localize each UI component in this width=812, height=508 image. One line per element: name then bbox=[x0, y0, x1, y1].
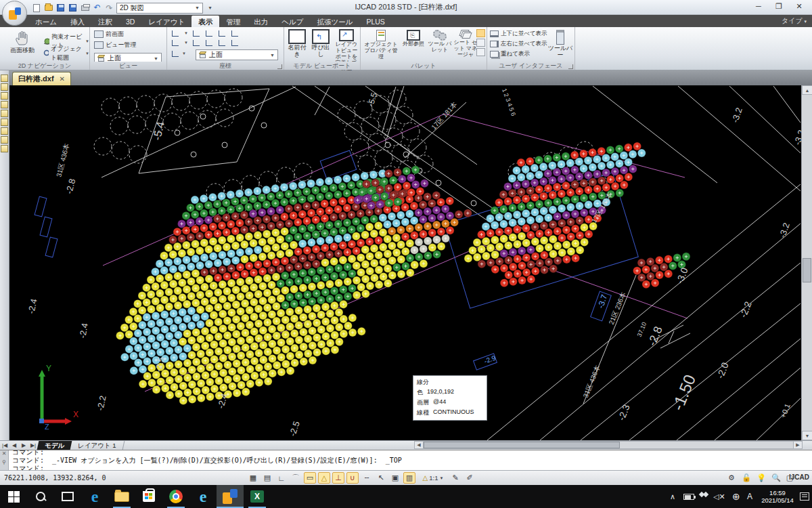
battery-icon[interactable] bbox=[683, 485, 694, 508]
named-viewport-button[interactable]: 名前付き bbox=[286, 29, 309, 58]
annotation-scale-button[interactable]: △1:1▼ bbox=[420, 472, 447, 484]
ucs-icon-row-3[interactable]: ▼ bbox=[171, 49, 186, 58]
selection-cycling-icon[interactable]: ↖ bbox=[375, 472, 387, 484]
last-tab-icon[interactable]: ▶| bbox=[28, 442, 38, 448]
ortho-toggle-icon[interactable]: ∟ bbox=[275, 472, 288, 484]
type-menu-button[interactable]: タイプ ▾ bbox=[782, 16, 807, 26]
osnap-toggle-icon[interactable]: ▭ bbox=[304, 472, 316, 484]
extents-button[interactable]: オブジェクト範囲▼ bbox=[43, 45, 89, 62]
action-center-icon[interactable] bbox=[800, 485, 809, 508]
tab-layout1[interactable]: レイアウト 1 bbox=[70, 441, 125, 450]
start-button[interactable] bbox=[0, 485, 27, 508]
ribbon-tab-PLUS[interactable]: PLUS bbox=[359, 16, 391, 27]
new-file-icon[interactable] bbox=[31, 3, 41, 13]
measure-tool-icon[interactable] bbox=[1, 92, 8, 100]
perp-snap-icon[interactable]: ⊥ bbox=[332, 472, 344, 484]
restore-viewport-button[interactable]: ↰ 呼び出し bbox=[309, 29, 333, 58]
scroll-down-icon[interactable]: ▼ bbox=[802, 431, 812, 440]
vscroll-thumb[interactable] bbox=[803, 258, 811, 282]
save-icon[interactable] bbox=[55, 3, 66, 13]
taskbar-excel-button[interactable]: X bbox=[244, 485, 271, 508]
taskbar-explorer-button[interactable] bbox=[108, 485, 135, 508]
scroll-left-icon[interactable]: ◀ bbox=[415, 442, 424, 448]
dialog-launcher-icon[interactable] bbox=[568, 64, 573, 69]
plot-icon[interactable]: ▣ bbox=[389, 472, 401, 484]
ime-indicator[interactable]: A bbox=[747, 485, 752, 508]
undo-icon[interactable]: ↶ bbox=[92, 3, 102, 13]
ribbon-tab-表示[interactable]: 表示 bbox=[191, 16, 219, 27]
command-window[interactable]: ✕ ⚲ コマンド: コマンド: _-VIEW オプションを入力 [一覧(?)/削… bbox=[0, 450, 812, 470]
ucs-combo[interactable]: 上面 ▼ bbox=[196, 49, 278, 60]
measure-tool-icon[interactable] bbox=[1, 119, 8, 126]
lineweight-toggle-icon[interactable]: ╌ bbox=[361, 472, 373, 484]
palette-mini-icon[interactable] bbox=[476, 39, 485, 47]
auto-scale-icon[interactable]: ✐ bbox=[464, 472, 476, 484]
magnifier-icon[interactable]: 🔍 bbox=[770, 472, 782, 484]
ribbon-tab-管理[interactable]: 管理 bbox=[219, 16, 247, 27]
unlock-icon[interactable]: 🔓 bbox=[740, 472, 752, 484]
canvas-hscrollbar[interactable]: ◀ ▶ bbox=[414, 441, 803, 449]
taskbar-chrome-button[interactable] bbox=[162, 485, 189, 508]
application-menu-button[interactable] bbox=[2, 1, 27, 26]
save-as-icon[interactable] bbox=[68, 3, 78, 13]
qat-customize-icon[interactable]: ▾ bbox=[205, 3, 215, 13]
tile-vertical-button[interactable]: 左右に並べて表示 bbox=[490, 40, 547, 48]
next-tab-icon[interactable]: ▶ bbox=[19, 442, 28, 448]
magnet-snap-icon[interactable]: ∪ bbox=[346, 472, 359, 484]
taskbar-edge-button[interactable]: e bbox=[81, 485, 108, 508]
annotation-visibility-icon[interactable]: ✎ bbox=[449, 472, 461, 484]
palette-toggle-icon[interactable] bbox=[476, 29, 485, 37]
palette-mini-icon[interactable] bbox=[476, 48, 485, 56]
dropbox-icon[interactable] bbox=[700, 485, 708, 508]
volume-muted-icon[interactable]: ◁✕ bbox=[713, 485, 725, 508]
scroll-right-icon[interactable]: ▶ bbox=[793, 442, 802, 448]
command-input-line[interactable]: コマンド: bbox=[12, 464, 44, 470]
settings-gear-icon[interactable]: ⚙ bbox=[725, 472, 738, 484]
cascade-button[interactable]: 重ねて表示 bbox=[490, 50, 530, 58]
print-icon[interactable] bbox=[80, 3, 90, 13]
dual-monitor-icon[interactable]: ▥ bbox=[403, 472, 415, 484]
canvas-vscrollbar[interactable]: ▲ ▼ bbox=[801, 85, 812, 440]
measure-tool-icon[interactable] bbox=[1, 145, 8, 152]
workspace-combo[interactable]: 2D 製図 ▼ bbox=[116, 3, 203, 14]
task-view-button[interactable] bbox=[54, 485, 81, 508]
pin-icon[interactable]: ⚲ bbox=[2, 459, 6, 465]
ribbon-tab-ヘルプ[interactable]: ヘルプ bbox=[275, 16, 310, 27]
sheet-set-button[interactable]: シート セット マネージャ bbox=[451, 30, 480, 58]
ribbon-tab-注釈[interactable]: 注釈 bbox=[91, 16, 119, 27]
ribbon-tab-ホーム[interactable]: ホーム bbox=[28, 16, 64, 27]
redo-icon[interactable]: ↷ bbox=[104, 3, 114, 13]
open-file-icon[interactable] bbox=[43, 3, 53, 13]
polar-tracking-icon[interactable]: ⌒ bbox=[290, 472, 302, 484]
network-globe-icon[interactable]: ⊕ bbox=[732, 485, 740, 508]
toolbar-button[interactable]: ツールバー bbox=[547, 30, 574, 58]
ucs-icon-row-2[interactable]: ▼ bbox=[171, 39, 240, 47]
tray-chevron[interactable]: ∧ bbox=[670, 485, 675, 508]
ribbon-tab-3D[interactable]: 3D bbox=[119, 16, 141, 27]
measure-tool-icon[interactable] bbox=[1, 127, 8, 135]
maximize-button[interactable]: ❐ bbox=[769, 0, 789, 14]
xref-button[interactable]: ⎘ 外部参照 bbox=[400, 30, 427, 47]
grid-toggle-icon[interactable]: ▦ bbox=[247, 472, 259, 484]
dialog-launcher-icon[interactable] bbox=[277, 64, 282, 69]
measure-tool-icon[interactable] bbox=[1, 110, 8, 117]
measure-tool-icon[interactable] bbox=[1, 75, 8, 82]
taskbar-clock[interactable]: 16:59 2021/05/14 bbox=[757, 485, 798, 508]
measure-tool-icon[interactable] bbox=[1, 136, 8, 144]
minimize-button[interactable]: ─ bbox=[748, 0, 769, 14]
ribbon-tab-拡張ツール[interactable]: 拡張ツール bbox=[310, 16, 359, 27]
drawing-canvas[interactable]: -5.4-5.5-2.831区 436本-2.4-2.4-2.5-2.2-2.4… bbox=[9, 85, 801, 440]
lightbulb-icon[interactable]: 💡 bbox=[755, 472, 767, 484]
pan-button[interactable]: 画面移動 bbox=[4, 29, 41, 54]
snap-toggle-icon[interactable]: ▤ bbox=[261, 472, 273, 484]
ribbon-tab-レイアウト[interactable]: レイアウト bbox=[141, 16, 191, 27]
ribbon-tab-出力[interactable]: 出力 bbox=[247, 16, 275, 27]
measure-tool-icon[interactable] bbox=[1, 83, 8, 91]
hscroll-thumb[interactable] bbox=[424, 442, 620, 448]
properties-button[interactable]: オブジェクト プロパティ管理 bbox=[362, 30, 400, 60]
taskbar-search-button[interactable] bbox=[27, 485, 54, 508]
tab-model[interactable]: モデル bbox=[37, 441, 72, 450]
view-manager-button[interactable]: ビュー管理 bbox=[94, 41, 136, 49]
measure-tool-icon[interactable] bbox=[1, 101, 8, 108]
document-tab[interactable]: 臼杵港.dxf ✕ bbox=[12, 72, 71, 85]
